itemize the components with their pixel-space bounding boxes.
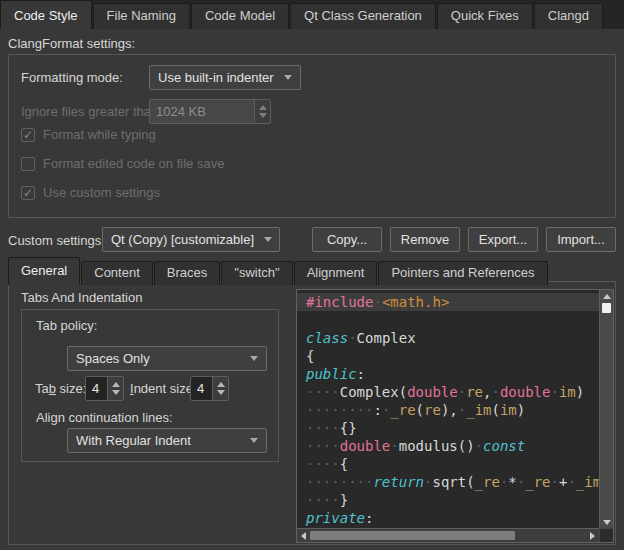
copy-button[interactable]: Copy...: [312, 227, 382, 252]
checkbox-icon: ✓: [21, 128, 35, 142]
tabs-indentation-group-box: Tab policy: Spaces Only Tab size: 4 Inde…: [21, 309, 279, 462]
code-line: ····{}: [297, 419, 599, 437]
align-continuation-combo[interactable]: With Regular Indent: [67, 428, 267, 453]
tab-general[interactable]: General: [8, 257, 80, 285]
spin-down-icon: [217, 390, 225, 395]
tab-policy-combo[interactable]: Spaces Only: [67, 346, 267, 371]
indent-size-label: Indent size:: [130, 381, 197, 396]
scroll-down-button[interactable]: [600, 516, 613, 528]
formatting-mode-value: Use built-in indenter: [158, 70, 274, 85]
tab-policy-label: Tab policy:: [36, 318, 97, 333]
tab-file-naming[interactable]: File Naming: [93, 3, 190, 29]
scroll-up-button[interactable]: [600, 290, 613, 302]
checkbox-icon: [21, 157, 35, 171]
chevron-down-icon: [284, 75, 292, 80]
clangformat-group-title: ClangFormat settings:: [8, 36, 135, 51]
tab-switch[interactable]: "switch": [221, 261, 292, 285]
code-lines[interactable]: #include·<math.h>class·Complex{public:··…: [297, 290, 599, 528]
spin-arrows[interactable]: [254, 100, 270, 123]
tab-code-model[interactable]: Code Model: [191, 3, 289, 29]
align-continuation-label: Align continuation lines:: [36, 410, 173, 425]
ignore-files-spinbox[interactable]: 1024 KB: [149, 99, 271, 124]
custom-settings-label: Custom settings:: [8, 233, 105, 248]
tab-size-value: 4: [86, 377, 107, 400]
vertical-scroll-thumb[interactable]: [602, 303, 611, 313]
arrow-right-icon: [590, 532, 595, 540]
code-line: class·Complex: [297, 329, 599, 347]
spin-arrows[interactable]: [107, 377, 123, 400]
indent-size-spinbox[interactable]: 4: [190, 376, 229, 401]
clangformat-group-box: Formatting mode: Use built-in indenter I…: [8, 54, 616, 218]
code-style-tab-bar: General Content Braces "switch" Alignmen…: [8, 257, 549, 285]
code-line: ········:·_re(re),·_im(im): [297, 401, 599, 419]
checkbox-label: Format edited code on file save: [43, 156, 224, 171]
code-style-settings-page: Code Style File Naming Code Model Qt Cla…: [0, 0, 624, 550]
code-line: ········return·sqrt(_re·*·_re·+·_im: [297, 473, 599, 491]
indent-size-value: 4: [191, 377, 212, 400]
code-line: #include·<math.h>: [297, 293, 599, 311]
tab-policy-value: Spaces Only: [76, 351, 150, 366]
code-line: ····double·modulus()·const: [297, 437, 599, 455]
formatting-mode-label: Formatting mode:: [21, 70, 123, 85]
code-line: public:: [297, 365, 599, 383]
code-line: [297, 311, 599, 329]
arrow-left-icon: [301, 532, 306, 540]
checkbox-label: Format while typing: [43, 127, 156, 142]
tab-quick-fixes[interactable]: Quick Fixes: [437, 3, 533, 29]
tab-size-label: Tab size:: [35, 381, 86, 396]
horizontal-scrollbar[interactable]: [297, 528, 599, 542]
scroll-right-button[interactable]: [586, 529, 599, 542]
general-tab-panel: Tabs And Indentation Tab policy: Spaces …: [8, 281, 616, 545]
spin-down-icon: [112, 390, 120, 395]
code-line: {: [297, 347, 599, 365]
checkbox-format-while-typing[interactable]: ✓ Format while typing: [21, 127, 156, 142]
code-line: private:: [297, 509, 599, 527]
align-continuation-value: With Regular Indent: [76, 433, 191, 448]
remove-button[interactable]: Remove: [390, 227, 460, 252]
spin-down-icon: [259, 113, 267, 118]
tab-pointers-references[interactable]: Pointers and References: [378, 261, 547, 285]
export-button[interactable]: Export...: [468, 227, 538, 252]
horizontal-scroll-thumb[interactable]: [310, 531, 515, 540]
tab-braces[interactable]: Braces: [154, 261, 220, 285]
tabs-indentation-title: Tabs And Indentation: [21, 290, 142, 305]
tab-content[interactable]: Content: [81, 261, 153, 285]
ignore-files-label: Ignore files greater than:: [21, 104, 162, 119]
spin-up-icon: [259, 105, 267, 110]
arrow-down-icon: [603, 520, 611, 525]
checkbox-format-on-save[interactable]: Format edited code on file save: [21, 156, 224, 171]
spin-up-icon: [112, 382, 120, 387]
checkbox-icon: ✓: [21, 186, 35, 200]
formatting-mode-combo[interactable]: Use built-in indenter: [149, 65, 301, 90]
code-preview-editor: #include·<math.h>class·Complex{public:··…: [296, 289, 614, 543]
settings-tab-bar: Code Style File Naming Code Model Qt Cla…: [0, 0, 624, 29]
arrow-up-icon: [603, 294, 611, 299]
chevron-down-icon: [250, 438, 258, 443]
checkbox-use-custom-settings[interactable]: ✓ Use custom settings: [21, 185, 160, 200]
import-button[interactable]: Import...: [546, 227, 616, 252]
tab-clangd[interactable]: Clangd: [534, 3, 603, 29]
vertical-scrollbar[interactable]: [599, 290, 613, 528]
code-line: ····{: [297, 455, 599, 473]
scrollbar-corner: [599, 528, 613, 542]
tab-code-style[interactable]: Code Style: [0, 0, 92, 29]
custom-settings-combo[interactable]: Qt (Copy) [customizable]: [102, 227, 280, 252]
chevron-down-icon: [264, 237, 272, 242]
tab-size-spinbox[interactable]: 4: [85, 376, 124, 401]
scroll-left-button[interactable]: [297, 529, 310, 542]
spin-up-icon: [217, 382, 225, 387]
chevron-down-icon: [250, 356, 258, 361]
tab-alignment[interactable]: Alignment: [294, 261, 378, 285]
code-line: ····}: [297, 491, 599, 509]
ignore-files-value: 1024 KB: [150, 100, 254, 123]
checkbox-label: Use custom settings: [43, 185, 160, 200]
tab-qt-class-generation[interactable]: Qt Class Generation: [290, 3, 436, 29]
spin-arrows[interactable]: [212, 377, 228, 400]
code-line: ····Complex(double·re,·double·im): [297, 383, 599, 401]
custom-settings-value: Qt (Copy) [customizable]: [111, 232, 254, 247]
